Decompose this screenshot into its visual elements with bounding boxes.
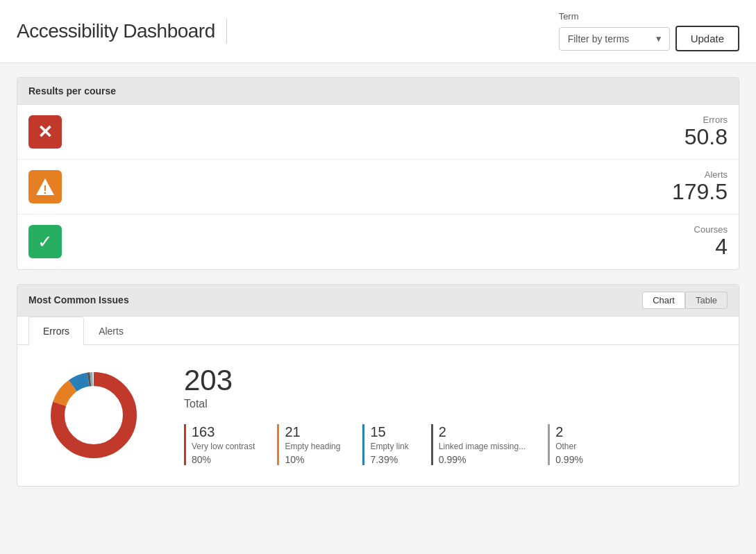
errors-label: Errors	[684, 115, 728, 125]
stat-pct-0: 80%	[192, 454, 255, 465]
update-button[interactable]: Update	[675, 26, 739, 51]
stat-name-1: Empty heading	[285, 442, 340, 451]
stat-name-0: Very low contrast	[192, 442, 255, 451]
stat-item-0: 163 Very low contrast 80%	[184, 424, 255, 465]
alerts-value: 179.5	[672, 180, 728, 204]
term-select-wrapper[interactable]: Filter by terms ▼	[559, 27, 670, 51]
results-panel-header: Results per course	[17, 78, 739, 105]
stat-pct-4: 0.99%	[555, 454, 583, 465]
header-controls: Filter by terms ▼ Update	[559, 26, 739, 51]
stat-item-4: 2 Other 0.99%	[548, 424, 583, 465]
stat-count-0: 163	[192, 424, 255, 440]
errors-stat: Errors 50.8	[684, 115, 728, 149]
donut-svg	[45, 367, 142, 464]
stat-pct-3: 0.99%	[439, 454, 526, 465]
result-row-courses: ✓ Courses 4	[17, 215, 739, 269]
stat-pct-1: 10%	[285, 454, 340, 465]
stat-item-2: 15 Empty link 7.39%	[362, 424, 408, 465]
chart-area: 203 Total 163 Very low contrast 80% 21 E…	[17, 345, 739, 486]
header-left: Accessibility Dashboard	[17, 19, 227, 44]
stat-name-2: Empty link	[370, 442, 408, 451]
stat-count-2: 15	[370, 424, 408, 440]
checkmark-icon: ✓	[37, 231, 53, 253]
stat-item-1: 21 Empty heading 10%	[277, 424, 340, 465]
errors-value: 50.8	[684, 125, 728, 149]
alert-icon-box: !	[28, 170, 62, 203]
header-right: Term Filter by terms ▼ Update	[559, 11, 739, 51]
table-view-button[interactable]: Table	[685, 292, 728, 309]
error-icon-box: ✕	[28, 115, 62, 149]
issues-panel: Most Common Issues Chart Table Errors Al…	[17, 284, 739, 487]
chart-view-button[interactable]: Chart	[642, 292, 685, 309]
courses-value: 4	[694, 235, 728, 259]
stat-count-1: 21	[285, 424, 340, 440]
stat-pct-2: 7.39%	[370, 454, 408, 465]
issues-panel-header: Most Common Issues Chart Table	[17, 285, 739, 317]
view-toggle: Chart Table	[642, 292, 728, 309]
courses-stat: Courses 4	[694, 224, 728, 259]
issues-panel-title: Most Common Issues	[28, 294, 129, 305]
stat-count-4: 2	[555, 424, 583, 440]
main-content: Results per course ✕ Errors 50.8 !	[0, 63, 756, 514]
app-title: Accessibility Dashboard	[17, 20, 215, 42]
success-icon-box: ✓	[28, 225, 62, 258]
results-panel-title: Results per course	[28, 85, 116, 96]
result-row-errors: ✕ Errors 50.8	[17, 105, 739, 160]
issues-tab-bar: Errors Alerts	[17, 317, 739, 345]
stat-name-3: Linked image missing...	[439, 442, 526, 451]
warning-triangle-icon: !	[35, 176, 56, 197]
term-select[interactable]: Filter by terms	[559, 27, 670, 51]
x-icon: ✕	[37, 123, 53, 141]
stat-name-4: Other	[555, 442, 583, 451]
total-number: 203	[184, 366, 583, 395]
alerts-stat: Alerts 179.5	[672, 169, 728, 204]
stat-count-3: 2	[439, 424, 526, 440]
result-row-alerts: ! Alerts 179.5	[17, 160, 739, 215]
title-divider	[226, 19, 227, 44]
tab-errors[interactable]: Errors	[28, 317, 84, 345]
donut-chart	[45, 367, 142, 464]
stat-items: 163 Very low contrast 80% 21 Empty headi…	[184, 424, 583, 465]
term-label: Term	[559, 11, 579, 22]
total-label: Total	[184, 398, 583, 410]
tab-alerts[interactable]: Alerts	[84, 317, 138, 345]
svg-text:!: !	[43, 184, 47, 196]
courses-label: Courses	[694, 224, 728, 235]
stat-item-3: 2 Linked image missing... 0.99%	[431, 424, 526, 465]
chart-stats: 203 Total 163 Very low contrast 80% 21 E…	[184, 366, 583, 465]
results-panel: Results per course ✕ Errors 50.8 !	[17, 77, 739, 270]
alerts-label: Alerts	[672, 169, 728, 180]
app-header: Accessibility Dashboard Term Filter by t…	[0, 0, 756, 63]
